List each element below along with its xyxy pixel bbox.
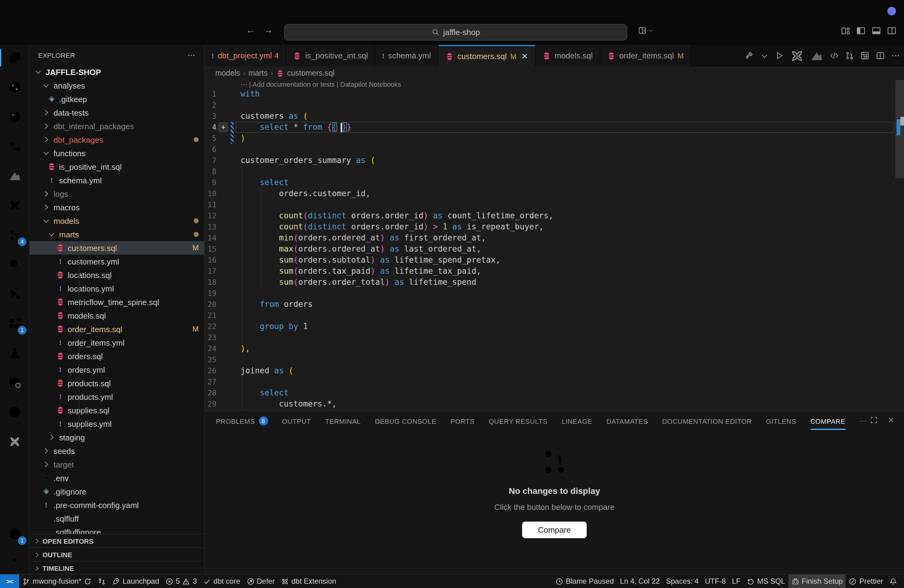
tree-item-.pre-commit-config.yaml[interactable]: !.pre-commit-config.yaml (30, 498, 204, 512)
tree-item-locations.sql[interactable]: locations.sql (30, 268, 204, 282)
git-pr-icon[interactable] (845, 51, 854, 60)
tree-item-analyses[interactable]: analyses (30, 79, 204, 92)
code-line-18[interactable]: 18 sum(orders.order_total) as lifetime_s… (205, 277, 904, 288)
panel-tab-more[interactable]: ⋯ (860, 417, 866, 425)
status-problems[interactable]: 53 (162, 574, 200, 588)
panel-tab-PROBLEMS[interactable]: PROBLEMS8 (216, 416, 268, 426)
tree-item-order_items.yml[interactable]: !order_items.yml (30, 336, 204, 349)
code-line-2[interactable]: 2 (205, 100, 904, 111)
altimate-icon[interactable] (810, 49, 823, 62)
tree-item-supplies.yml[interactable]: !supplies.yml (30, 417, 204, 430)
toggle-panel-icon[interactable] (871, 26, 881, 36)
tree-item-products.yml[interactable]: !products.yml (30, 390, 204, 403)
tools-icon[interactable] (745, 51, 754, 60)
tree-item-data-tests[interactable]: data-tests (30, 106, 204, 119)
tree-item-locations.yml[interactable]: !locations.yml (30, 282, 204, 295)
tree-item-functions[interactable]: functions (30, 146, 204, 160)
status-blame[interactable]: Blame Paused (552, 574, 617, 588)
code-line-19[interactable]: 19 (205, 288, 904, 299)
code-line-21[interactable]: 21 (205, 310, 904, 321)
tree-item-macros[interactable]: macros (30, 201, 204, 214)
tree-item-target[interactable]: target (30, 458, 204, 471)
status-cursor-position[interactable]: Ln 4, Col 22 (617, 574, 663, 588)
panel-tab-LINEAGE[interactable]: LINEAGE (562, 417, 593, 425)
tree-item-JAFFLE-SHOP[interactable]: JAFFLE-SHOP (30, 65, 204, 79)
tab-dbt_project.yml[interactable]: !dbt_project.yml4 (205, 45, 286, 66)
panel-tab-DOCUMENTATION EDITOR[interactable]: DOCUMENTATION EDITOR (662, 417, 752, 425)
table-icon[interactable] (860, 51, 869, 60)
code-line-7[interactable]: 7customer_orders_summary as ( (205, 155, 904, 166)
section-outline[interactable]: OUTLINE (30, 547, 204, 561)
status-dbt-extension[interactable]: dbt Extension (278, 574, 339, 588)
panel-tab-TERMINAL[interactable]: TERMINAL (325, 417, 361, 425)
tree-item-models[interactable]: models (30, 214, 204, 228)
codelens[interactable]: ⋯ | Add documentation or tests | Datapil… (240, 81, 401, 89)
code-line-13[interactable]: 13 count(distinct orders.order_id) > 1 a… (205, 221, 904, 232)
tab-models.sql[interactable]: models.sql (536, 45, 600, 66)
play-icon[interactable] (775, 51, 784, 60)
panel-tab-COMPARE[interactable]: COMPARE (810, 417, 845, 425)
activity-extensions[interactable]: 1 (5, 314, 25, 334)
breadcrumb[interactable]: models› marts› customers.sql (205, 66, 904, 80)
code-tag-icon[interactable] (830, 51, 839, 60)
status-encoding[interactable]: UTF-8 (702, 574, 729, 588)
code-line-1[interactable]: 1with (205, 89, 904, 100)
status-prettier[interactable]: Prettier (846, 574, 886, 588)
tree-item-metricflow_time_spine.sql[interactable]: metricflow_time_spine.sql (30, 295, 204, 309)
tree-item-dbt_packages[interactable]: dbt_packages (30, 133, 204, 146)
section-open-editors[interactable]: OPEN EDITORS (30, 534, 204, 547)
code-line-22[interactable]: 22 group by 1 (205, 321, 904, 332)
code-line-24[interactable]: 24), (205, 343, 904, 354)
tree-item-.env[interactable]: .env (30, 471, 204, 485)
toggle-sidebar-icon[interactable] (856, 26, 866, 36)
tree-item-customers.yml[interactable]: !customers.yml (30, 254, 204, 268)
status-defer[interactable]: Defer (243, 574, 278, 588)
tab-order_items.sql[interactable]: order_items.sqlM (600, 45, 691, 66)
activity-altimate[interactable] (5, 166, 25, 186)
code-line-4[interactable]: 4 select * from {{ }} (205, 122, 904, 133)
tree-item-orders.sql[interactable]: orders.sql (30, 349, 204, 363)
back-icon[interactable]: ← (246, 25, 255, 35)
status-indentation[interactable]: Spaces: 4 (663, 574, 702, 588)
activity-dbt[interactable] (5, 196, 25, 215)
split-editor-icon[interactable] (876, 51, 885, 60)
status-dbt-core[interactable]: dbt core (200, 574, 243, 588)
tree-item-marts[interactable]: marts (30, 228, 204, 241)
tree-item-seeds[interactable]: seeds (30, 444, 204, 458)
tree-item-customers.sql[interactable]: customers.sqlM (30, 241, 204, 254)
layout-customize-icon[interactable] (841, 26, 850, 36)
activity-search[interactable] (5, 254, 25, 274)
tree-item-logs[interactable]: logs (30, 187, 204, 201)
status-language-mode[interactable]: MS SQL (744, 574, 789, 588)
panel-tab-GITLENS[interactable]: GITLENS (766, 417, 796, 425)
tree-item-staging[interactable]: staging (30, 430, 204, 444)
status-git-compare[interactable] (95, 574, 109, 588)
activity-testing[interactable] (5, 343, 25, 363)
activity-flowchart[interactable] (5, 136, 25, 156)
tree-item-supplies.sql[interactable]: supplies.sql (30, 403, 204, 417)
code-line-12[interactable]: 12 count(distinct orders.order_id) as co… (205, 210, 904, 221)
panel-tab-PORTS[interactable]: PORTS (450, 417, 474, 425)
activity-github[interactable] (5, 402, 25, 422)
panel-tab-DEBUG CONSOLE[interactable]: DEBUG CONSOLE (375, 417, 436, 425)
command-center-search[interactable]: jaffle-shop (284, 24, 627, 41)
code-line-20[interactable]: 20 from orders (205, 299, 904, 310)
close-icon[interactable]: ✕ (522, 52, 528, 61)
code-line-8[interactable]: 8 (205, 166, 904, 177)
code-line-15[interactable]: 15 max(orders.ordered_at) as last_ordere… (205, 243, 904, 254)
tree-item-schema.yml[interactable]: !schema.yml (30, 174, 204, 187)
code-line-25[interactable]: 25 (205, 354, 904, 365)
close-panel-icon[interactable] (887, 416, 895, 424)
code-line-17[interactable]: 17 sum(orders.tax_paid) as lifetime_tax_… (205, 266, 904, 277)
code-line-27[interactable]: 27 (205, 376, 904, 387)
tree-item-dbt_internal_packages[interactable]: dbt_internal_packages (30, 119, 204, 133)
code-line-11[interactable]: 11 (205, 199, 904, 210)
panel-tab-OUTPUT[interactable]: OUTPUT (282, 417, 311, 425)
code-line-10[interactable]: 10 orders.customer_id, (205, 188, 904, 199)
tree-item-.sqlfluff[interactable]: .sqlfluff (30, 512, 204, 525)
tree-item-order_items.sql[interactable]: order_items.sqlM (30, 322, 204, 336)
remote-indicator[interactable]: >< (0, 574, 19, 588)
forward-icon[interactable]: → (264, 25, 273, 35)
activity-remote-explorer[interactable] (5, 373, 25, 392)
code-line-29[interactable]: 29 customers.*, (205, 398, 904, 409)
